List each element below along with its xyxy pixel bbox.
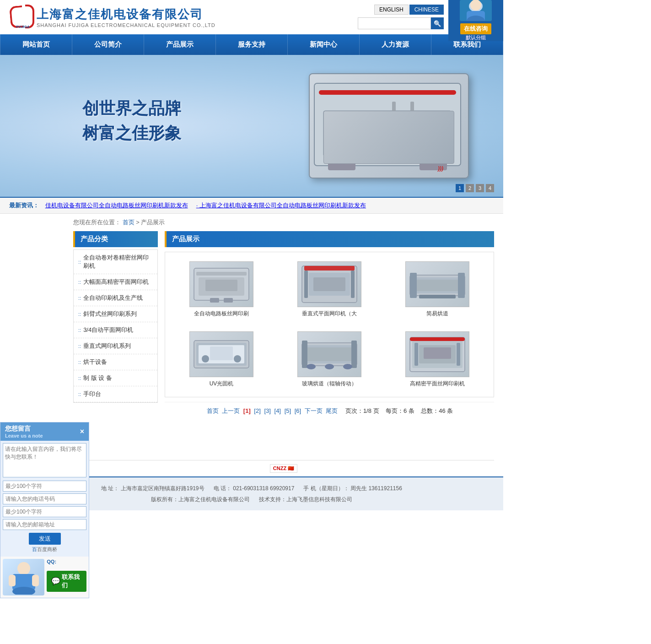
float-message-textarea[interactable] bbox=[3, 443, 86, 477]
nav-about[interactable]: 公司简介 bbox=[72, 34, 144, 55]
float-phone-input[interactable] bbox=[3, 493, 86, 504]
product-item-0[interactable]: 全自动电路板丝网印刷 bbox=[170, 257, 273, 322]
indicator-2[interactable]: 2 bbox=[466, 184, 474, 192]
footer-stats: CNZZ 🇨🇳 bbox=[73, 460, 494, 476]
float-name-input[interactable] bbox=[3, 481, 86, 492]
slogan-line1: 创世界之品牌 bbox=[82, 96, 181, 121]
breadcrumb-current: 产品展示 bbox=[141, 219, 165, 226]
pagination-p6[interactable]: [6] bbox=[295, 407, 301, 414]
search-button[interactable] bbox=[431, 17, 444, 29]
sidebar-item-0[interactable]: 全自动卷对卷精密丝网印刷机 bbox=[74, 250, 157, 274]
svg-rect-39 bbox=[307, 347, 352, 361]
sidebar-item-2[interactable]: 全自动印刷机及生产线 bbox=[74, 290, 157, 306]
news-ticker-content: 佳机电设备有限公司全自动电路板丝网印刷机新款发布 · 上海富之佳机电设备有限公司… bbox=[45, 202, 366, 209]
pagination-last[interactable]: 尾页 bbox=[326, 407, 338, 414]
lang-chinese-btn[interactable]: CHINESE bbox=[409, 5, 444, 15]
product-item-4[interactable]: 玻璃烘道（辊轴传动） bbox=[278, 327, 381, 392]
svg-point-34 bbox=[202, 355, 209, 363]
float-subtitle: Leave us a note bbox=[5, 433, 43, 438]
float-title-text: 您想留言 bbox=[5, 425, 43, 433]
news-item-2[interactable]: · 上海富之佳机电设备有限公司全自动电路板丝网印刷机新款发布 bbox=[196, 202, 366, 209]
lang-english-btn[interactable]: ENGLISH bbox=[374, 5, 409, 15]
products-grid: 全自动电路板丝网印刷 垂直式平面网印机（大 bbox=[165, 252, 494, 397]
product-item-5[interactable]: 高精密平面丝网印刷机 bbox=[386, 327, 489, 392]
pagination-p4[interactable]: [4] bbox=[274, 407, 281, 414]
nav-products[interactable]: 产品展示 bbox=[144, 34, 216, 55]
footer-phone: 021-69031318 69920917 bbox=[233, 485, 294, 492]
banner-slogan: 创世界之品牌 树富之佳形象 bbox=[82, 96, 181, 146]
pagination-p1[interactable]: [1] bbox=[243, 407, 251, 414]
slogan-line2: 树富之佳形象 bbox=[82, 121, 181, 146]
breadcrumb-prefix: 您现在所在位置： bbox=[73, 219, 121, 226]
pagination-prev[interactable]: 上一页 bbox=[222, 407, 240, 414]
svg-point-43 bbox=[325, 364, 334, 369]
indicator-4[interactable]: 4 bbox=[486, 184, 494, 192]
svg-point-44 bbox=[343, 364, 352, 369]
sidebar-item-5[interactable]: 垂直式网印机系列 bbox=[74, 338, 157, 354]
float-title-bar: 您想留言 Leave us a note × bbox=[0, 422, 89, 441]
svg-rect-36 bbox=[210, 346, 233, 360]
svg-point-35 bbox=[234, 355, 241, 363]
sidebar-item-1[interactable]: 大幅面高精密平面网印机 bbox=[74, 274, 157, 290]
pagination-p5[interactable]: [5] bbox=[285, 407, 291, 414]
banner-indicators: 1 2 3 4 bbox=[456, 184, 494, 192]
svg-text:))): ))) bbox=[437, 165, 443, 172]
svg-rect-20 bbox=[304, 271, 308, 298]
indicator-3[interactable]: 3 bbox=[476, 184, 484, 192]
footer-address-label: 地 址： bbox=[101, 485, 119, 492]
footer-address: 上海市嘉定区南翔镇嘉好路1919号 bbox=[121, 485, 204, 492]
consult-sub: 默认分组 bbox=[466, 34, 486, 41]
sidebar-item-8[interactable]: 手印台 bbox=[74, 386, 157, 402]
svg-rect-24 bbox=[304, 266, 355, 271]
search-input[interactable] bbox=[358, 17, 431, 29]
sidebar-menu: 全自动卷对卷精密丝网印刷机 大幅面高精密平面网印机 全自动印刷机及生产线 斜臂式… bbox=[73, 249, 158, 403]
products-section: 产品展示 全自动电路板丝网印刷 bbox=[165, 231, 494, 451]
footer-tech-support: 技术支持：上海飞墨信息科技有限公司 bbox=[259, 496, 352, 503]
nav-home[interactable]: 网站首页 bbox=[0, 34, 72, 55]
svg-rect-4 bbox=[314, 83, 461, 166]
nav-service[interactable]: 服务支持 bbox=[216, 34, 288, 55]
language-switcher: ENGLISH CHINESE bbox=[374, 5, 444, 15]
product-item-1[interactable]: 垂直式平面网印机（大 bbox=[278, 257, 381, 322]
hero-banner: 创世界之品牌 树富之佳形象 ))) bbox=[0, 55, 503, 197]
sidebar-item-3[interactable]: 斜臂式丝网印刷系列 bbox=[74, 306, 157, 322]
svg-rect-21 bbox=[351, 271, 355, 298]
svg-rect-6 bbox=[323, 111, 452, 157]
news-item-1[interactable]: 佳机电设备有限公司全自动电路板丝网印刷机新款发布 bbox=[45, 202, 188, 209]
float-address-input[interactable] bbox=[3, 506, 86, 510]
svg-rect-29 bbox=[458, 273, 465, 298]
nav-hr[interactable]: 人力资源 bbox=[360, 34, 431, 55]
svg-rect-10 bbox=[328, 161, 355, 170]
float-body: 发送 百百度商桥 bbox=[0, 441, 89, 510]
sidebar: 产品分类 全自动卷对卷精密丝网印刷机 大幅面高精密平面网印机 全自动印刷机及生产… bbox=[73, 231, 158, 451]
header: FUJIGA 上海富之佳机电设备有限公司 SHANGHAI FUJIGA ELE… bbox=[0, 0, 503, 34]
consult-avatar bbox=[460, 0, 492, 21]
product-item-2[interactable]: 简易烘道 bbox=[386, 257, 489, 322]
footer-copyright: 版权所有：上海富之佳机电设备有限公司 bbox=[151, 496, 250, 503]
product-item-3[interactable]: UV光固机 bbox=[170, 327, 273, 392]
product-label-4: 玻璃烘道（辊轴传动） bbox=[302, 380, 357, 388]
consult-btn-label[interactable]: 在线咨询 bbox=[460, 23, 491, 34]
pagination-first[interactable]: 首页 bbox=[207, 407, 219, 414]
svg-rect-28 bbox=[410, 273, 417, 298]
float-close-btn[interactable]: × bbox=[80, 428, 84, 436]
pagination-total: 总数：46 条 bbox=[421, 407, 453, 414]
breadcrumb-home[interactable]: 首页 bbox=[123, 219, 135, 226]
online-consult-widget[interactable]: 在线咨询 默认分组 bbox=[448, 0, 503, 41]
product-label-5: 高精密平面丝网印刷机 bbox=[410, 380, 465, 388]
company-name: 上海富之佳机电设备有限公司 SHANGHAI FUJIGA ELECTROMEC… bbox=[37, 6, 215, 28]
product-label-2: 简易烘道 bbox=[426, 310, 448, 318]
product-img-0 bbox=[189, 261, 253, 307]
pagination-next[interactable]: 下一页 bbox=[305, 407, 323, 414]
pagination-info: 页次：1/8 页 bbox=[345, 407, 379, 414]
pagination-p2[interactable]: [2] bbox=[254, 407, 260, 414]
pagination-p3[interactable]: [3] bbox=[264, 407, 270, 414]
nav-news[interactable]: 新闻中心 bbox=[288, 34, 360, 55]
sidebar-item-6[interactable]: 烘干设备 bbox=[74, 354, 157, 370]
sidebar-item-7[interactable]: 制 版 设 备 bbox=[74, 370, 157, 386]
sidebar-item-4[interactable]: 3/4自动平面网印机 bbox=[74, 322, 157, 338]
indicator-1[interactable]: 1 bbox=[456, 184, 464, 192]
svg-rect-9 bbox=[410, 102, 414, 157]
main-nav: 网站首页 公司简介 产品展示 服务支持 新闻中心 人力资源 联系我们 bbox=[0, 34, 503, 55]
machine-illustration: ))) bbox=[309, 73, 469, 179]
